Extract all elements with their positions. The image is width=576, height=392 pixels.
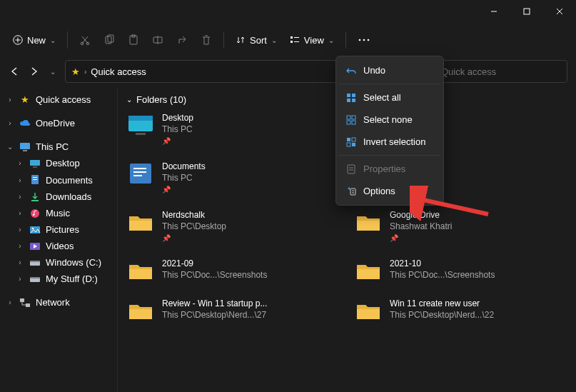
menu-label: Options — [363, 186, 395, 196]
sidebar-label: Quick access — [36, 94, 91, 105]
sidebar-item[interactable]: ›My Stuff (D:) — [0, 271, 117, 287]
more-icon — [358, 38, 370, 42]
chevron-down-icon: ⌄ — [6, 143, 14, 151]
svg-rect-53 — [352, 94, 355, 97]
sidebar-label: Documents — [46, 175, 93, 186]
menu-options[interactable]: Options — [339, 180, 440, 202]
new-label: New — [27, 35, 46, 46]
pin-icon: 📌 — [162, 233, 226, 243]
folder-item[interactable]: Win 11 create new userThis PC\Desktop\Ne… — [354, 298, 567, 323]
menu-select-all[interactable]: Select all — [339, 86, 440, 109]
chevron-right-icon: › — [6, 119, 14, 127]
menu-invert-selection[interactable]: Invert selection — [339, 131, 440, 153]
menu-label: Properties — [363, 164, 405, 174]
folder-name: Review - Win 11 startup p... — [162, 298, 267, 309]
folder-path: This PC — [162, 124, 193, 135]
folder-item[interactable]: Google DriveShashwat Khatri📌 — [354, 209, 567, 243]
view-label: View — [304, 35, 324, 46]
menu-undo[interactable]: Undo — [339, 59, 440, 81]
chevron-right-icon: › — [16, 193, 24, 201]
star-icon: ★ — [71, 66, 80, 77]
chevron-down-icon: ⌄ — [271, 36, 277, 44]
sidebar-item[interactable]: ›Downloads — [0, 189, 117, 205]
folder-path: Shashwat Khatri — [390, 221, 452, 232]
svg-rect-47 — [133, 168, 146, 169]
chevron-right-icon: › — [6, 298, 14, 306]
svg-rect-29 — [31, 200, 39, 201]
delete-button[interactable] — [195, 30, 218, 50]
svg-rect-64 — [348, 165, 355, 174]
more-button[interactable] — [352, 34, 376, 46]
svg-rect-57 — [352, 116, 355, 119]
folder-item[interactable]: 2021-09This PC\Doc...\Screenshots — [126, 258, 340, 283]
folder-icon — [126, 161, 155, 186]
sidebar-quick-access[interactable]: › ★ Quick access — [0, 91, 117, 108]
svg-rect-55 — [352, 99, 355, 102]
folder-icon — [126, 258, 155, 283]
svg-point-33 — [32, 227, 34, 228]
recent-button[interactable]: ⌄ — [46, 63, 59, 80]
close-button[interactable] — [543, 0, 576, 23]
search-box[interactable] — [435, 60, 567, 83]
cloud-icon — [19, 119, 31, 128]
sort-button[interactable]: Sort ⌄ — [230, 31, 283, 50]
folder-icon — [354, 209, 383, 235]
sidebar-item[interactable]: ›Pictures — [0, 221, 117, 238]
menu-separator — [339, 155, 440, 156]
svg-rect-54 — [347, 99, 350, 102]
cut-icon — [79, 34, 91, 46]
sidebar-item[interactable]: ›Music — [0, 205, 117, 221]
folder-path: This PC\Desktop — [162, 221, 226, 232]
svg-rect-15 — [290, 36, 293, 39]
maximize-button[interactable] — [510, 0, 543, 23]
copy-button[interactable] — [98, 30, 121, 50]
copy-icon — [103, 34, 115, 46]
folder-item[interactable]: DesktopThis PC📌 — [126, 112, 340, 146]
svg-rect-56 — [347, 116, 350, 119]
separator — [223, 31, 224, 49]
monitor-icon — [19, 142, 31, 152]
folder-item[interactable]: Review - Win 11 startup p...This PC\Desk… — [126, 298, 340, 323]
menu-select-none[interactable]: Select none — [339, 109, 440, 131]
sidebar-item[interactable]: ›Documents — [0, 171, 117, 189]
back-button[interactable] — [9, 63, 21, 80]
paste-button[interactable] — [122, 30, 145, 50]
svg-rect-49 — [133, 175, 142, 176]
sidebar-item[interactable]: ›Videos — [0, 238, 117, 254]
svg-point-20 — [363, 39, 365, 41]
share-button[interactable] — [171, 30, 193, 50]
sidebar-label: This PC — [36, 141, 69, 152]
cut-button[interactable] — [74, 30, 96, 50]
rename-button[interactable] — [146, 30, 169, 50]
folder-name: Win 11 create new user — [390, 298, 494, 309]
svg-rect-61 — [352, 138, 355, 141]
sidebar-label: Downloads — [46, 191, 91, 202]
minimize-button[interactable] — [478, 0, 510, 23]
sidebar-this-pc[interactable]: ⌄ This PC — [0, 139, 117, 155]
folder-icon — [29, 242, 41, 251]
sidebar-network[interactable]: › Network — [0, 294, 117, 311]
forward-button[interactable] — [27, 63, 40, 80]
svg-rect-40 — [26, 303, 30, 307]
folder-item[interactable]: DocumentsThis PC📌 — [126, 161, 340, 195]
folder-icon — [29, 159, 41, 168]
view-button[interactable]: View ⌄ — [284, 31, 340, 50]
chevron-down-icon: ⌄ — [126, 96, 132, 104]
sidebar-item[interactable]: ›Desktop — [0, 155, 117, 171]
svg-rect-48 — [133, 171, 146, 173]
folder-name: Desktop — [162, 112, 193, 124]
sidebar-label: My Stuff (D:) — [46, 273, 98, 284]
svg-rect-25 — [33, 166, 37, 168]
folder-item[interactable]: NerdschalkThis PC\Desktop📌 — [126, 209, 340, 243]
sidebar-onedrive[interactable]: › OneDrive — [0, 115, 117, 131]
search-input[interactable] — [441, 66, 561, 77]
new-button[interactable]: New ⌄ — [7, 31, 61, 50]
sidebar-item[interactable]: ›Windows (C:) — [0, 254, 117, 271]
folder-icon — [354, 258, 383, 283]
chevron-right-icon: › — [16, 159, 24, 167]
folder-path: This PC\Doc...\Screenshots — [162, 269, 267, 281]
folder-item[interactable]: 2021-10This PC\Doc...\Screenshots — [354, 258, 567, 283]
sidebar-label: OneDrive — [36, 118, 75, 129]
sidebar-label: Videos — [46, 241, 74, 251]
undo-icon — [346, 66, 356, 76]
